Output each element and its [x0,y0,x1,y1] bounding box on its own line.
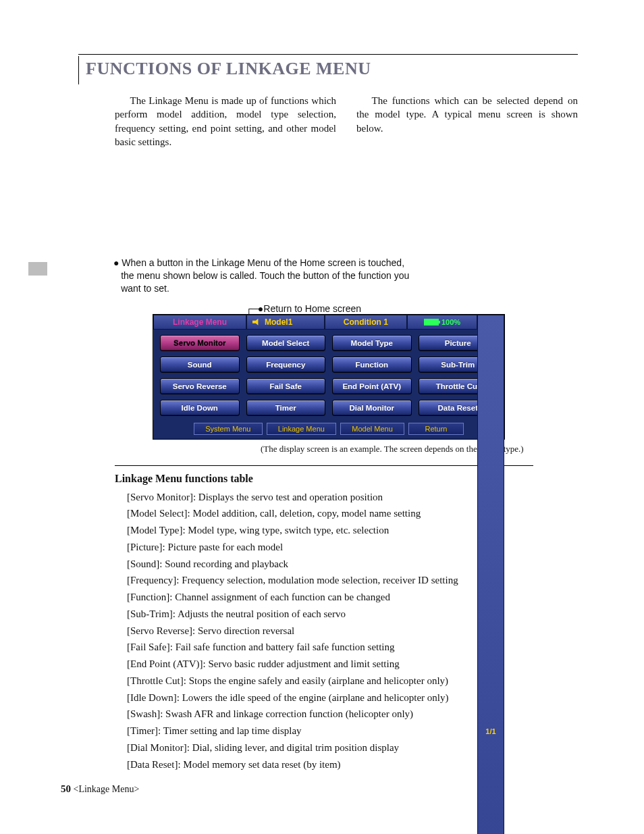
battery-icon [424,319,439,325]
intro-right: The functions which can be selected depe… [356,94,578,135]
function-item: [Sound]: Sound recording and playback [127,556,578,573]
separator [115,465,533,466]
menu-button[interactable]: Idle Down [160,400,240,416]
menu-button[interactable]: Model Select [246,335,326,351]
screen-caption: (The display screen is an example. The s… [261,444,578,454]
speaker-icon [252,319,261,325]
thumb-tab [28,262,47,276]
menu-button[interactable]: Timer [246,400,326,416]
function-item: [Picture]: Picture paste for each model [127,539,578,556]
menu-button[interactable]: Model Type [332,335,412,351]
function-item: [Function]: Channel assignment of each f… [127,589,578,606]
function-item: [Timer]: Timer setting and lap time disp… [127,723,578,739]
function-item: [Model Select]: Model addition, call, de… [127,505,578,522]
menu-button[interactable]: Servo Monitor [160,335,240,351]
function-item: [Sub-Trim]: Adjusts the neutral position… [127,606,578,623]
page-indicator: 1/1 [477,315,504,834]
usage-note: ● When a button in the Linkage Menu of t… [113,257,411,295]
menu-button[interactable]: End Point (ATV) [332,378,412,394]
page-footer: 50 <Linkage Menu> [61,783,139,795]
function-item: [Dial Monitor]: Dial, sliding lever, and… [127,739,578,756]
function-item: [Data Reset]: Model memory set data rese… [127,756,578,773]
bottom-tab[interactable]: Linkage Menu [267,423,336,435]
condition-indicator: Condition 1 [325,315,407,330]
intro-left: The Linkage Menu is made up of functions… [115,94,336,149]
bottom-tab[interactable]: Return [408,423,464,435]
function-item: [Frequency]: Frequency selection, modula… [127,572,578,589]
menu-button[interactable]: Function [332,357,412,373]
functions-subhead: Linkage Menu functions table [115,473,578,485]
battery-indicator: 100% [407,315,477,330]
function-item: [Model Type]: Model type, wing type, swi… [127,522,578,539]
model-indicator[interactable]: Model1 [246,315,325,330]
function-item: [Idle Down]: Lowers the idle speed of th… [127,689,578,706]
menu-button[interactable]: Servo Reverse [160,378,240,394]
menu-button[interactable]: Frequency [246,357,326,373]
rule-top [78,54,578,55]
function-item: [Swash]: Swash AFR and linkage correctio… [127,706,578,723]
bottom-tab[interactable]: System Menu [194,423,263,435]
return-annotation: ┌─●Return to Home screen [246,303,578,314]
menu-button[interactable]: Fail Safe [246,378,326,394]
function-item: [Servo Monitor]: Displays the servo test… [127,489,578,506]
linkage-menu-screen: Linkage Menu Model1 Condition 1 100% 1/1… [153,314,505,440]
function-item: [End Point (ATV)]: Servo basic rudder ad… [127,656,578,673]
function-item: [Throttle Cut]: Stops the engine safely … [127,673,578,689]
function-item: [Fail Safe]: Fail safe function and batt… [127,639,578,656]
menu-button[interactable]: Dial Monitor [332,400,412,416]
function-item: [Servo Reverse]: Servo direction reversa… [127,623,578,640]
bottom-tab[interactable]: Model Menu [340,423,404,435]
page-heading: FUNCTIONS OF LINKAGE MENU [86,59,578,79]
screen-title: Linkage Menu [153,315,246,330]
menu-button[interactable]: Sound [160,357,240,373]
